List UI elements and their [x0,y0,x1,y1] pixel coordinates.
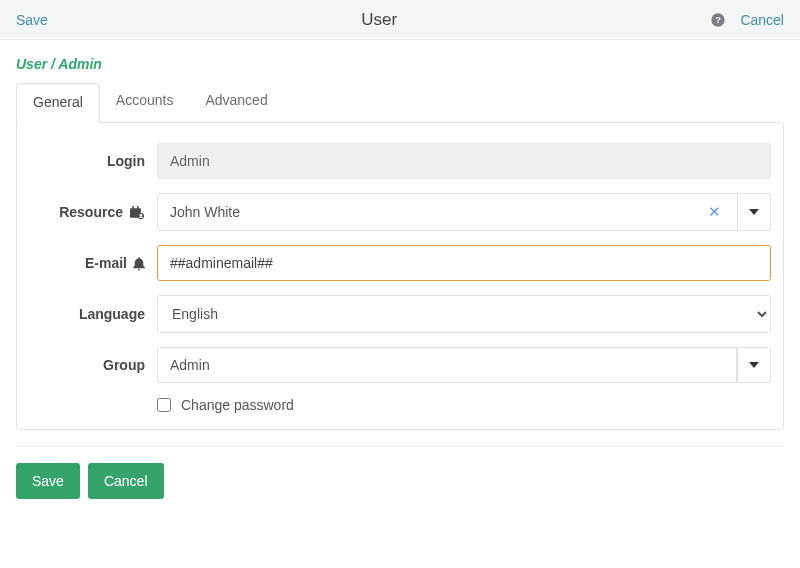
help-icon[interactable]: ? [710,12,726,28]
tabs: General Accounts Advanced [0,82,800,122]
row-change-password: Change password [29,397,771,413]
email-field[interactable] [157,245,771,281]
label-language: Language [29,306,157,322]
resource-select[interactable]: John White ✕ [157,193,771,231]
row-login: Login Admin [29,143,771,179]
calendar-user-icon [129,204,145,220]
save-button[interactable]: Save [16,463,80,499]
close-icon[interactable]: ✕ [704,203,725,221]
svg-rect-3 [132,206,134,209]
divider [16,446,784,447]
svg-text:?: ? [716,15,722,25]
group-value: Admin [170,357,210,373]
bell-icon [133,255,145,271]
chevron-down-icon[interactable] [737,193,771,231]
svg-rect-4 [137,206,139,209]
row-group: Group Admin [29,347,771,383]
change-password-label: Change password [181,397,294,413]
header-cancel-link[interactable]: Cancel [740,12,784,28]
svg-point-6 [140,214,142,216]
breadcrumb: User / Admin [0,40,800,82]
chevron-down-icon[interactable] [737,347,771,383]
header-bar: Save User ? Cancel [0,0,800,40]
language-select[interactable]: English [157,295,771,333]
change-password-checkbox[interactable] [157,398,171,412]
cancel-button[interactable]: Cancel [88,463,164,499]
label-login: Login [29,153,157,169]
header-save-link[interactable]: Save [16,12,48,28]
footer-buttons: Save Cancel [0,463,800,515]
form-panel: Login Admin Resource John White ✕ [16,122,784,430]
label-email: E-mail [29,255,157,271]
label-group: Group [29,357,157,373]
login-field: Admin [157,143,771,179]
label-resource: Resource [29,204,157,220]
tab-general[interactable]: General [16,83,100,123]
row-resource: Resource John White ✕ [29,193,771,231]
row-email: E-mail [29,245,771,281]
page-title: User [361,10,397,30]
resource-value: John White [170,204,240,220]
row-language: Language English [29,295,771,333]
group-select[interactable]: Admin [157,347,771,383]
tab-accounts[interactable]: Accounts [100,82,190,122]
tab-advanced[interactable]: Advanced [189,82,283,122]
